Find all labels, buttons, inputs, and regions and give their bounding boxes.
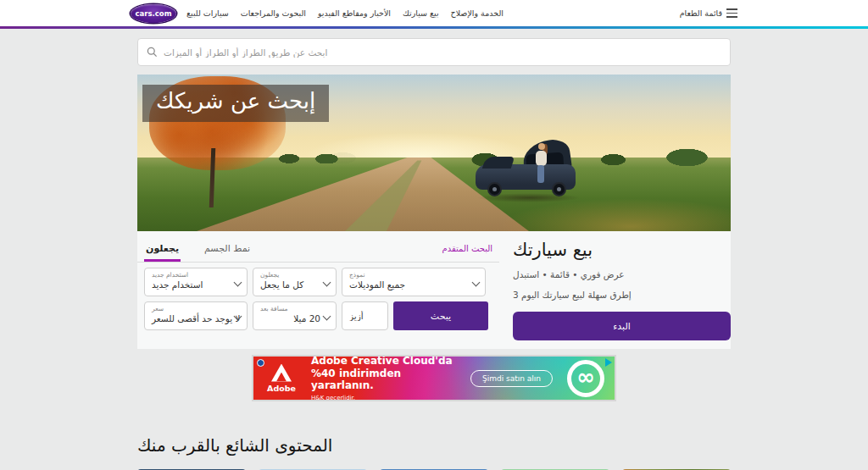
popular-content-title: المحتوى الشائع بالقرب منك <box>137 435 731 456</box>
nav-item-news-videos[interactable]: الأخبار ومقاطع الفيديو <box>318 8 391 18</box>
ad-disclaimer: H&K geçerlidir. <box>311 395 462 401</box>
car-finder-panel: يجعلون نمط الجسم البحث المتقدم استخدام ج… <box>137 231 731 349</box>
woman-legs <box>537 165 544 183</box>
ad-buy-now-button[interactable]: Şimdi satın alın <box>470 370 553 387</box>
menu-button[interactable]: قائمة الطعام <box>680 8 737 18</box>
sell-subtitle-2: إطرق سهلة لبيع سيارتك اليوم 3 <box>513 289 731 302</box>
woman-sitting <box>536 151 547 166</box>
model-value: جميع الموديلات <box>349 279 470 291</box>
make-select[interactable]: يجعلون كل ما يجعل <box>253 268 337 296</box>
hero-car <box>476 141 586 208</box>
new-used-label: استخدام جديد <box>152 271 231 279</box>
distance-label: مسافة بعد <box>260 305 320 312</box>
adobe-a-icon <box>271 364 292 382</box>
make-label: يجعلون <box>260 271 320 279</box>
price-value: لا يوجد حد أقصى للسعر <box>152 312 231 325</box>
sell-subtitle: عرض فوري • قائمة • استبدل <box>513 268 731 281</box>
model-label: نموذج <box>349 271 470 279</box>
cars-com-logo[interactable]: cars.com <box>131 4 176 23</box>
sell-title: بيع سيارتك <box>513 240 731 260</box>
nav-item-service-repair[interactable]: الخدمة والإصلاح <box>451 8 504 18</box>
nav-item-cars-for-sale[interactable]: سيارات للبيع <box>186 8 229 18</box>
creative-cloud-icon: ∞ <box>567 360 604 397</box>
woman-head <box>538 143 545 150</box>
price-label: سعر <box>152 305 231 312</box>
top-nav-bar: cars.com سيارات للبيع البحوث والمراجعات … <box>0 0 868 26</box>
menu-label: قائمة الطعام <box>680 8 722 18</box>
advanced-search-link[interactable]: البحث المتقدم <box>442 244 492 262</box>
chevron-down-icon <box>472 279 481 287</box>
finder-tabs: يجعلون نمط الجسم البحث المتقدم <box>137 231 499 263</box>
tab-body-style[interactable]: نمط الجسم <box>203 243 252 262</box>
adchoices-icon[interactable] <box>605 358 612 367</box>
new-used-select[interactable]: استخدام جديد استخدام جديد <box>144 268 248 296</box>
chevron-down-icon <box>323 312 331 321</box>
search-input[interactable] <box>164 47 721 58</box>
global-search-bar[interactable] <box>137 38 731 66</box>
sell-your-car-column: بيع سيارتك عرض فوري • قائمة • استبدل إطر… <box>513 231 731 340</box>
adobe-wordmark: Adobe <box>267 384 296 393</box>
nav-item-sell-your-car[interactable]: بيع سيارتك <box>403 8 439 18</box>
adobe-logo-block: Adobe <box>262 364 301 393</box>
zip-input[interactable] <box>342 301 388 330</box>
tab-makes[interactable]: يجعلون <box>144 243 181 262</box>
chevron-down-icon <box>323 279 331 287</box>
hero-title: إبحث عن شريكك <box>142 85 329 122</box>
adobe-ad-banner[interactable]: Adobe Adobe Creative Cloud'da %40 indiri… <box>252 355 616 401</box>
model-select[interactable]: نموذج جميع الموديلات <box>342 268 486 296</box>
search-button[interactable]: يبحث <box>393 301 488 330</box>
ad-privacy-icon[interactable] <box>257 359 264 367</box>
distance-value: 20 ميلا <box>260 312 320 325</box>
hamburger-icon <box>726 8 737 17</box>
nav-item-research-reviews[interactable]: البحوث والمراجعات <box>241 8 306 18</box>
distance-select[interactable]: مسافة بعد 20 ميلا <box>253 301 337 330</box>
new-used-value: استخدام جديد <box>152 279 231 291</box>
car-windshield <box>482 157 515 169</box>
ad-headline: Adobe Creative Cloud'da %40 indirimden y… <box>311 355 462 391</box>
get-started-button[interactable]: البدء <box>513 312 731 340</box>
make-value: كل ما يجعل <box>260 279 320 291</box>
finder-column: يجعلون نمط الجسم البحث المتقدم استخدام ج… <box>137 231 499 340</box>
search-icon <box>147 47 158 58</box>
price-select[interactable]: سعر لا يوجد حد أقصى للسعر <box>144 301 248 330</box>
hero-treeline-left <box>268 152 375 164</box>
hero-image: إبحث عن شريكك <box>137 75 731 231</box>
main-nav: سيارات للبيع البحوث والمراجعات الأخبار و… <box>186 8 504 18</box>
chevron-down-icon <box>234 279 242 287</box>
